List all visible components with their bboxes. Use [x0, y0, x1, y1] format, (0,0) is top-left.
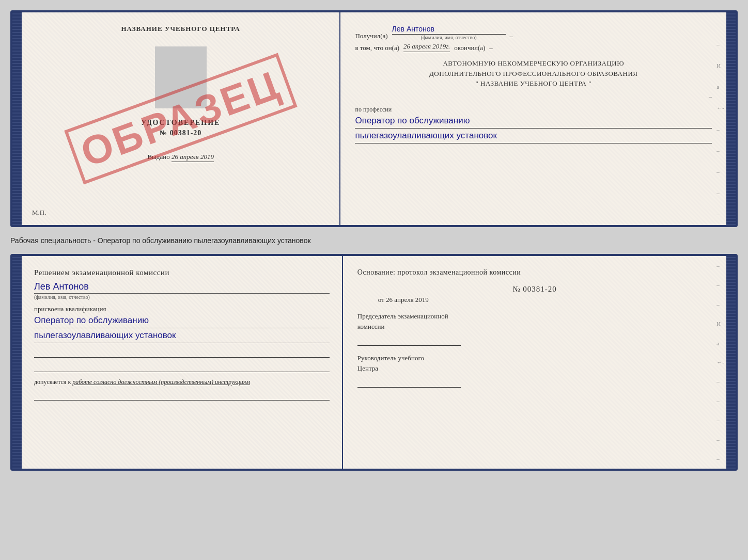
vtom-label: в том, что он(а): [355, 44, 399, 52]
fio-sub: (фамилия, имя, отчество): [421, 35, 477, 40]
name-handwritten-2: Лев Антонов: [34, 281, 330, 292]
left-border-1: [12, 12, 22, 225]
poluchil-row: Получил(а) Лев Антонов (фамилия, имя, от…: [355, 25, 712, 40]
vtom-date: 26 апреля 2019г.: [403, 42, 450, 52]
profession-value-2: пылегазоулавливающих установок: [355, 131, 712, 143]
name-field-wrapper: Лев Антонов (фамилия, имя, отчество): [392, 25, 506, 40]
right-border-1: [726, 12, 736, 225]
doc-inner-1: НАЗВАНИЕ УЧЕБНОГО ЦЕНТРА УДОСТОВЕРЕНИЕ №…: [22, 12, 726, 225]
ot-label: от: [378, 296, 384, 303]
org-block: АВТОНОМНУЮ НЕКОММЕРЧЕСКУЮ ОРГАНИЗАЦИЮ ДО…: [355, 58, 712, 89]
osnovaniye-title: Основание: протокол экзаменационной коми…: [357, 268, 712, 277]
doc-inner-2: Решением экзаменационной комиссии Лев Ан…: [22, 256, 726, 469]
dash1: –: [510, 32, 513, 40]
rukovoditel-signature: [357, 377, 461, 388]
qualification-1: Оператор по обслуживанию: [34, 315, 330, 328]
udostoverenie-label: УДОСТОВЕРЕНИЕ: [141, 119, 220, 127]
poluchil-label: Получил(а): [355, 32, 387, 40]
qualification-2: пылегазоулавливающих установок: [34, 330, 330, 343]
rukovoditel-section: Руководитель учебного Центра: [357, 353, 712, 388]
name-block-2: Лев Антонов (фамилия, имя, отчество): [34, 281, 330, 300]
profession-value-1: Оператор по обслуживанию: [355, 116, 712, 129]
udostoverenie-number: № 00381-20: [160, 129, 201, 137]
name-sub-2: (фамилия, имя, отчество): [34, 293, 330, 300]
side-markers-1: –: [355, 93, 712, 101]
protocol-date-row: от 26 апреля 2019: [378, 296, 712, 304]
page-wrapper: НАЗВАНИЕ УЧЕБНОГО ЦЕНТРА УДОСТОВЕРЕНИЕ №…: [10, 10, 738, 471]
document-card-2: Решением экзаменационной комиссии Лев Ан…: [10, 254, 738, 471]
right-border-2: [726, 256, 736, 469]
predsedatel-signature: [357, 335, 461, 346]
predsedatel-section: Председатель экзаменационной комиссии: [357, 311, 712, 346]
resheniem-label: Решением экзаменационной комиссии: [34, 268, 330, 277]
right-dashes-2: – – – И а ←- – – – – –: [716, 256, 724, 469]
vydano-date: 26 апреля 2019: [172, 153, 214, 162]
photo-placeholder-1: [155, 46, 207, 108]
mp-label: М.П.: [32, 209, 46, 217]
school-name-1: НАЗВАНИЕ УЧЕБНОГО ЦЕНТРА: [121, 25, 240, 33]
protocol-date: 26 апреля 2019: [386, 296, 429, 303]
profession-label: по профессии: [355, 106, 712, 114]
signature-line-3: [34, 390, 330, 401]
signature-line-2: [34, 362, 330, 372]
prisvoyena-label: присвоена квалификация: [34, 305, 330, 313]
doc2-right: Основание: протокол экзаменационной коми…: [343, 256, 726, 469]
okonchil-label: окончил(а): [454, 44, 485, 52]
dopusk-value: работе согласно должностным (производств…: [72, 378, 250, 386]
vydano-label: Выдано 26 апреля 2019: [147, 153, 214, 161]
right-dashes-1: – – И а ←- – – – – –: [716, 12, 724, 225]
recipient-name: Лев Антонов: [392, 25, 506, 35]
dash2: –: [489, 44, 493, 52]
doc-right-1: Получил(а) Лев Антонов (фамилия, имя, от…: [340, 12, 726, 225]
vtom-row: в том, что он(а) 26 апреля 2019г. окончи…: [355, 42, 712, 52]
between-text: Рабочая специальность - Оператор по обсл…: [10, 233, 738, 248]
left-border-2: [12, 256, 22, 469]
signature-line-1: [34, 347, 330, 358]
document-card-1: НАЗВАНИЕ УЧЕБНОГО ЦЕНТРА УДОСТОВЕРЕНИЕ №…: [10, 10, 738, 227]
doc2-left: Решением экзаменационной комиссии Лев Ан…: [22, 256, 343, 469]
protocol-number: № 00381-20: [357, 285, 712, 294]
dopuskaetsya-text: допускается к работе согласно должностны…: [34, 378, 330, 386]
doc-left-1: НАЗВАНИЕ УЧЕБНОГО ЦЕНТРА УДОСТОВЕРЕНИЕ №…: [22, 12, 340, 225]
